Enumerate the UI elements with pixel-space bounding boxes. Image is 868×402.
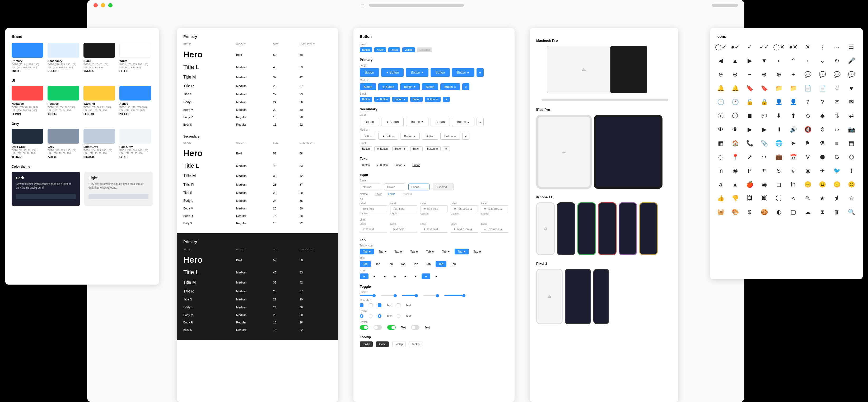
chevron-left-icon[interactable]: ‹: [774, 57, 783, 65]
button-dropdown[interactable]: Button ▼: [406, 118, 429, 126]
button-icon-left[interactable]: ★Button: [378, 133, 398, 140]
filter-alt-icon[interactable]: ≡: [833, 139, 841, 148]
apple-icon[interactable]: 🍎: [745, 180, 754, 189]
x-circle-icon[interactable]: ●✕: [789, 43, 798, 51]
skype-icon[interactable]: S: [774, 167, 783, 175]
sort-v-icon[interactable]: ⇕: [818, 125, 827, 134]
slack-icon[interactable]: #: [789, 167, 798, 175]
heart-icon[interactable]: ♥: [847, 84, 856, 92]
folder-o-icon[interactable]: 📁: [774, 84, 783, 92]
chat-alt-icon[interactable]: 💬: [833, 70, 841, 79]
toggle-icon[interactable]: ◐: [774, 208, 783, 216]
button-icon-left[interactable]: ★Button: [374, 97, 390, 102]
button-icon-right[interactable]: Button ★: [425, 97, 441, 102]
basket-icon[interactable]: 🧺: [716, 208, 725, 216]
download-icon[interactable]: ⬇: [774, 112, 783, 120]
switch[interactable]: [387, 325, 396, 330]
sort-icon[interactable]: ⇅: [833, 112, 841, 120]
tab[interactable]: ★: [380, 274, 389, 279]
lock-icon[interactable]: 🔒: [760, 98, 768, 106]
button-dropdown[interactable]: Button ▼: [400, 133, 420, 140]
home-icon[interactable]: 🏠: [731, 139, 739, 148]
dollar-icon[interactable]: $: [745, 208, 754, 216]
minimize-window-button[interactable]: [101, 3, 105, 7]
tab[interactable]: Tab: [385, 261, 396, 267]
input-focus[interactable]: Focus: [408, 183, 430, 191]
button-icon-only[interactable]: ★: [443, 146, 450, 151]
text-button-icon[interactable]: ★Button: [374, 163, 390, 168]
user-icon[interactable]: 👤: [789, 98, 798, 106]
button-dropdown[interactable]: Button ▼: [392, 97, 408, 102]
tab[interactable]: ★: [360, 274, 369, 279]
file-o-icon[interactable]: 📄: [804, 84, 812, 92]
chevron-down-icon[interactable]: ⌄: [818, 57, 827, 65]
clock-o-icon[interactable]: 🕐: [716, 98, 725, 106]
search-icon[interactable]: 🔍: [847, 208, 856, 216]
picture-icon[interactable]: 🖼: [760, 194, 768, 203]
mail-icon[interactable]: ✉: [847, 98, 856, 106]
share-icon[interactable]: ↪: [760, 153, 768, 161]
chevron-up-icon[interactable]: ⌃: [789, 57, 798, 65]
heart-o-icon[interactable]: ♡: [833, 84, 841, 92]
file-icon[interactable]: 📄: [818, 84, 827, 92]
bookmark-icon[interactable]: 🔖: [760, 84, 768, 92]
button-icon-only[interactable]: ★: [443, 97, 450, 102]
button-state-hover[interactable]: Hover: [374, 47, 386, 52]
bookmark-o-icon[interactable]: 🔖: [745, 84, 754, 92]
star-o-icon[interactable]: ☆: [847, 194, 856, 203]
color-swatch[interactable]: Pale Grey RGBA (240, 244, 247, 100) HSL …: [119, 129, 151, 159]
linkedin-icon[interactable]: in: [716, 167, 725, 175]
swap-icon[interactable]: ⇄: [847, 112, 856, 120]
globe-icon[interactable]: 🌐: [774, 139, 783, 148]
chat-line-icon[interactable]: 💬: [847, 70, 856, 79]
color-swatch[interactable]: Warning RGBA (255, 204, 61, 100) HSL (44…: [84, 86, 115, 115]
text-button[interactable]: Button: [360, 163, 372, 168]
cookie-icon[interactable]: 🍪: [760, 208, 768, 216]
rss-icon[interactable]: ≋: [760, 167, 768, 175]
google-icon[interactable]: G: [833, 153, 841, 161]
textarea-input[interactable]: ★ Text area ◢: [451, 226, 478, 233]
button[interactable]: Button: [360, 133, 376, 140]
smile-icon[interactable]: 😊: [847, 180, 856, 189]
volume-off-icon[interactable]: 🔇: [804, 125, 812, 134]
instagram-icon[interactable]: ◻: [774, 180, 783, 189]
image-icon[interactable]: 🖼: [745, 194, 754, 203]
text-button-underline[interactable]: Button: [410, 163, 423, 168]
button-icon-only[interactable]: ★: [462, 133, 469, 140]
checkbox[interactable]: [378, 303, 381, 307]
textfield-input[interactable]: ★ Text field: [421, 226, 448, 233]
camera-icon[interactable]: 📷: [847, 125, 856, 134]
minus-line-icon[interactable]: −: [745, 70, 754, 79]
calendar-icon[interactable]: 📅: [789, 153, 798, 161]
textfield-input[interactable]: Text field: [360, 226, 387, 232]
color-swatch[interactable]: Active RGBA (45, 142, 255, 100) HSL (212…: [119, 86, 151, 115]
sad-icon[interactable]: 😞: [833, 180, 841, 189]
tab[interactable]: Tab ★: [392, 249, 406, 254]
tab[interactable]: ★: [391, 274, 399, 279]
tab[interactable]: Tab: [436, 261, 447, 267]
mic-icon[interactable]: 🎤: [847, 57, 856, 65]
pinterest-icon[interactable]: P: [745, 167, 754, 175]
button-icon-right[interactable]: Button ★: [452, 68, 475, 77]
checkbox[interactable]: [360, 303, 364, 307]
button-dropdown[interactable]: Button ▼: [400, 83, 420, 90]
button[interactable]: Button: [422, 133, 438, 140]
stop-icon[interactable]: ⏹: [745, 112, 754, 120]
tag-icon[interactable]: 🏷: [760, 112, 768, 120]
button[interactable]: Button: [360, 118, 379, 126]
x-icon[interactable]: ✕: [804, 43, 812, 51]
button-icon-right[interactable]: Button ★: [425, 146, 441, 151]
button-icon-left[interactable]: ★Button: [374, 146, 390, 151]
thumbs-down-icon[interactable]: 👎: [731, 194, 739, 203]
button-icon-right[interactable]: Button ★: [440, 83, 460, 90]
thumbs-up-icon[interactable]: 👍: [716, 194, 725, 203]
more-v-icon[interactable]: ⋮: [818, 43, 827, 51]
caret-left-icon[interactable]: ◀: [716, 57, 725, 65]
color-swatch[interactable]: Positive RGBA (19, 206, 102, 100) HSL (1…: [48, 86, 79, 115]
external-icon[interactable]: ↗: [745, 153, 754, 161]
caret-up-icon[interactable]: ▲: [731, 57, 739, 65]
palette-icon[interactable]: 🎨: [731, 208, 739, 216]
help-o-icon[interactable]: ?: [804, 98, 812, 106]
color-swatch[interactable]: Light Grey RGBA (184, 193, 203, 100) HSL…: [84, 129, 115, 159]
angry-icon[interactable]: 😠: [804, 180, 812, 189]
